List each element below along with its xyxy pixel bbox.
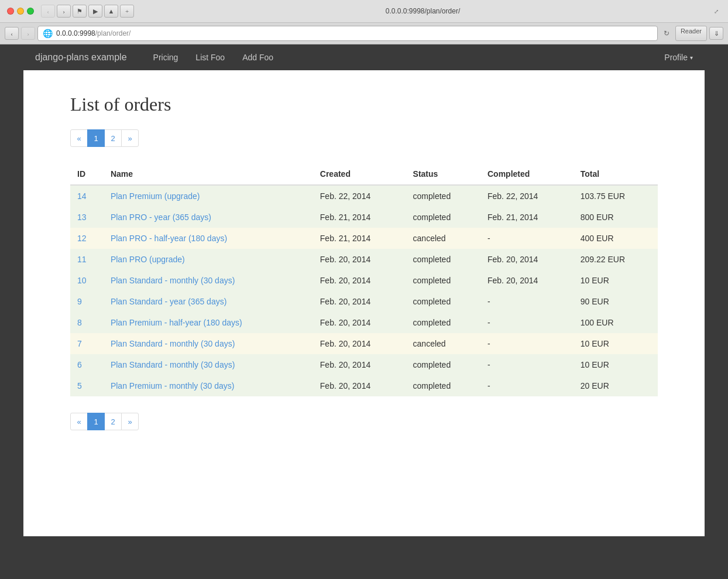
prev-page-top[interactable]: « <box>70 129 88 147</box>
col-created: Created <box>313 163 406 185</box>
forward-button[interactable]: › <box>57 5 71 18</box>
cell-created: Feb. 20, 2014 <box>313 291 406 312</box>
globe-icon: 🌐 <box>43 29 53 38</box>
pagination-top: « 1 2 » <box>70 129 658 147</box>
cell-created: Feb. 20, 2014 <box>313 375 406 396</box>
cell-id: 9 <box>70 291 104 312</box>
cell-created: Feb. 21, 2014 <box>313 207 406 228</box>
cell-name[interactable]: Plan Premium (upgrade) <box>104 185 313 207</box>
table-body: 14 Plan Premium (upgrade) Feb. 22, 2014 … <box>70 185 658 396</box>
pagination-bottom: « 1 2 » <box>70 413 658 430</box>
table-row: 8 Plan Premium - half-year (180 days) Fe… <box>70 312 658 333</box>
table-row: 14 Plan Premium (upgrade) Feb. 22, 2014 … <box>70 185 658 207</box>
prev-page-button[interactable]: ‹ <box>5 27 19 40</box>
page-2-top[interactable]: 2 <box>104 129 122 147</box>
new-tab-button[interactable]: + <box>120 5 134 18</box>
order-link: Plan Premium (upgrade) <box>111 191 200 201</box>
cell-total: 10 EUR <box>574 270 658 291</box>
page-wrapper: django-plans example Pricing List Foo Ad… <box>23 44 705 536</box>
cell-name[interactable]: Plan Standard - year (365 days) <box>104 291 313 312</box>
traffic-lights <box>7 8 34 15</box>
table-row: 7 Plan Standard - monthly (30 days) Feb.… <box>70 333 658 354</box>
cell-status: completed <box>406 375 480 396</box>
navbar-item-addfoo[interactable]: Add Foo <box>233 46 282 69</box>
cell-id: 6 <box>70 354 104 375</box>
navbar-profile[interactable]: Profile ▾ <box>664 53 693 62</box>
table-head: ID Name Created Status Completed Total <box>70 163 658 185</box>
cell-id: 10 <box>70 270 104 291</box>
page-1-top[interactable]: 1 <box>87 129 105 147</box>
cell-completed: Feb. 21, 2014 <box>480 207 574 228</box>
cell-status: completed <box>406 291 480 312</box>
maximize-button[interactable] <box>27 8 34 15</box>
navbar-brand[interactable]: django-plans example <box>35 52 127 63</box>
cell-total: 10 EUR <box>574 333 658 354</box>
cell-status: completed <box>406 249 480 270</box>
reader-button[interactable]: Reader <box>675 26 707 41</box>
cell-created: Feb. 20, 2014 <box>313 270 406 291</box>
page-1-bottom[interactable]: 1 <box>87 413 105 430</box>
page-2-bottom[interactable]: 2 <box>104 413 122 430</box>
cell-name[interactable]: Plan PRO (upgrade) <box>104 249 313 270</box>
navbar-item-listfoo[interactable]: List Foo <box>187 46 233 69</box>
cell-total: 100 EUR <box>574 312 658 333</box>
read-later-button[interactable]: ▶ <box>88 5 102 18</box>
resize-button[interactable]: ⤢ <box>712 6 721 16</box>
bookmark-button[interactable]: ⚑ <box>73 5 87 18</box>
browser-chrome: ‹ › ⚑ ▶ ▲ + 0.0.0.0:9998/plan/order/ ⤢ ‹… <box>0 0 728 44</box>
cell-name[interactable]: Plan Standard - monthly (30 days) <box>104 333 313 354</box>
cell-completed: - <box>480 291 574 312</box>
table-row: 11 Plan PRO (upgrade) Feb. 20, 2014 comp… <box>70 249 658 270</box>
cell-status: completed <box>406 270 480 291</box>
order-link: Plan PRO (upgrade) <box>111 255 185 264</box>
order-link: Plan Premium - half-year (180 days) <box>111 318 242 327</box>
cell-total: 209.22 EUR <box>574 249 658 270</box>
order-link: Plan Standard - monthly (30 days) <box>111 360 235 369</box>
cell-total: 90 EUR <box>574 291 658 312</box>
col-completed: Completed <box>480 163 574 185</box>
next-page-button[interactable]: › <box>21 27 35 40</box>
cell-created: Feb. 20, 2014 <box>313 333 406 354</box>
cell-name[interactable]: Plan Standard - monthly (30 days) <box>104 354 313 375</box>
refresh-button[interactable]: ↻ <box>660 27 673 40</box>
downloads-button[interactable]: ⇓ <box>709 27 723 40</box>
nav-buttons: ‹ › ⚑ ▶ ▲ + <box>41 5 134 18</box>
table-header-row: ID Name Created Status Completed Total <box>70 163 658 185</box>
navbar-item-pricing[interactable]: Pricing <box>145 46 187 69</box>
cell-created: Feb. 20, 2014 <box>313 249 406 270</box>
title-bar: ‹ › ⚑ ▶ ▲ + 0.0.0.0:9998/plan/order/ ⤢ <box>0 0 728 23</box>
profile-caret: ▾ <box>690 54 693 61</box>
cell-name[interactable]: Plan Standard - monthly (30 days) <box>104 270 313 291</box>
cell-name[interactable]: Plan Premium - half-year (180 days) <box>104 312 313 333</box>
order-link: Plan Standard - monthly (30 days) <box>111 339 235 348</box>
cell-id: 5 <box>70 375 104 396</box>
cell-created: Feb. 21, 2014 <box>313 228 406 249</box>
profile-label: Profile <box>664 53 688 62</box>
table-row: 6 Plan Standard - monthly (30 days) Feb.… <box>70 354 658 375</box>
cell-name[interactable]: Plan Premium - monthly (30 days) <box>104 375 313 396</box>
next-page-top[interactable]: » <box>121 129 139 147</box>
main-content: List of orders « 1 2 » ID Name Created S… <box>23 70 705 470</box>
address-bar[interactable]: 🌐 0.0.0.0:9998 /plan/order/ <box>37 26 658 41</box>
cell-created: Feb. 22, 2014 <box>313 185 406 207</box>
back-button[interactable]: ‹ <box>41 5 55 18</box>
table-row: 10 Plan Standard - monthly (30 days) Feb… <box>70 270 658 291</box>
share-button[interactable]: ▲ <box>104 5 118 18</box>
close-button[interactable] <box>7 8 14 15</box>
cell-completed: - <box>480 333 574 354</box>
url-host: 0.0.0.0:9998 <box>56 29 95 37</box>
cell-status: completed <box>406 354 480 375</box>
col-status: Status <box>406 163 480 185</box>
cell-status: completed <box>406 207 480 228</box>
cell-name[interactable]: Plan PRO - year (365 days) <box>104 207 313 228</box>
cell-id: 13 <box>70 207 104 228</box>
cell-total: 10 EUR <box>574 354 658 375</box>
cell-name[interactable]: Plan PRO - half-year (180 days) <box>104 228 313 249</box>
cell-completed: - <box>480 354 574 375</box>
prev-page-bottom[interactable]: « <box>70 413 88 430</box>
cell-id: 14 <box>70 185 104 207</box>
orders-table: ID Name Created Status Completed Total 1… <box>70 163 658 396</box>
next-page-bottom[interactable]: » <box>121 413 139 430</box>
minimize-button[interactable] <box>17 8 24 15</box>
order-link: Plan PRO - year (365 days) <box>111 213 211 222</box>
